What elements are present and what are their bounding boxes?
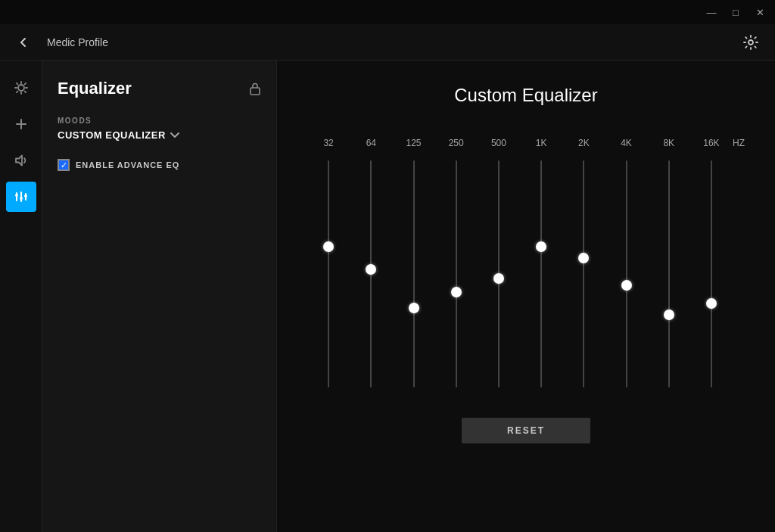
eq-band-250: 250: [435, 138, 478, 387]
minimize-button[interactable]: —: [702, 5, 721, 20]
freq-label-16k: 16K: [703, 138, 719, 148]
svg-point-1: [18, 85, 24, 91]
eq-track: [583, 160, 584, 387]
moods-label: MOODS: [58, 117, 261, 125]
eq-slider-1k[interactable]: [540, 160, 543, 387]
sidebar-item-equalizer[interactable]: [6, 182, 36, 212]
eq-slider-500[interactable]: [497, 160, 500, 387]
eq-track: [668, 160, 670, 387]
eq-track: [711, 160, 712, 387]
eq-slider-250[interactable]: [455, 160, 458, 387]
eq-band-1k: 1K: [520, 138, 562, 387]
eq-thumb[interactable]: [621, 280, 632, 291]
main-layout: Equalizer MOODS CUSTOM EQUALIZER ENABLE …: [0, 61, 775, 532]
eq-band-125: 125: [392, 138, 434, 387]
eq-thumb[interactable]: [366, 264, 376, 275]
enable-eq-label: ENABLE ADVANCE EQ: [76, 160, 179, 170]
eq-thumb[interactable]: [493, 273, 504, 284]
settings-button[interactable]: [739, 30, 763, 54]
eq-thumb[interactable]: [664, 310, 674, 320]
eq-track: [413, 160, 415, 387]
lock-icon: [249, 82, 261, 95]
eq-slider-64[interactable]: [369, 160, 372, 387]
app-bar: Medic Profile: [0, 24, 775, 61]
eq-thumb[interactable]: [323, 241, 334, 252]
freq-label-64: 64: [366, 138, 376, 148]
eq-track: [626, 160, 627, 387]
hz-label: HZ: [733, 138, 745, 148]
title-bar: — □ ✕: [0, 0, 775, 24]
profile-name: Medic Profile: [47, 36, 727, 48]
eq-slider-32[interactable]: [327, 160, 330, 387]
sidebar-item-lighting[interactable]: [6, 73, 36, 103]
svg-point-0: [749, 40, 753, 45]
sidebar-item-audio[interactable]: [6, 145, 36, 176]
freq-label-32: 32: [323, 138, 333, 148]
eq-track: [328, 160, 329, 387]
eq-slider-16k[interactable]: [710, 160, 713, 387]
chevron-down-icon[interactable]: [170, 132, 179, 138]
eq-thumb[interactable]: [706, 298, 717, 309]
sidebar-item-add[interactable]: [6, 109, 36, 139]
main-content: Custom Equalizer 32641252505001K2K4K8K16…: [277, 61, 775, 532]
back-button[interactable]: [12, 31, 35, 54]
reset-button[interactable]: RESET: [462, 418, 590, 443]
panel-title: Equalizer: [58, 79, 132, 98]
panel-title-row: Equalizer: [58, 79, 261, 98]
eq-thumb[interactable]: [578, 253, 589, 263]
eq-band-2k: 2K: [562, 138, 605, 387]
moods-select-row[interactable]: CUSTOM EQUALIZER: [58, 129, 261, 141]
eq-track: [456, 160, 457, 387]
freq-label-1k: 1K: [536, 138, 547, 148]
svg-rect-8: [251, 88, 260, 95]
freq-label-250: 250: [449, 138, 464, 148]
svg-point-7: [24, 194, 27, 198]
eq-slider-8k[interactable]: [668, 160, 671, 387]
enable-eq-checkbox[interactable]: [58, 159, 70, 171]
eq-track: [540, 160, 542, 387]
eq-band-64: 64: [350, 138, 392, 387]
left-panel: Equalizer MOODS CUSTOM EQUALIZER ENABLE …: [42, 61, 277, 532]
icon-sidebar: [0, 61, 42, 532]
moods-selected-value: CUSTOM EQUALIZER: [58, 129, 166, 141]
eq-band-16k: 16K: [690, 138, 733, 387]
eq-band-8k: 8K: [648, 138, 690, 387]
maximize-button[interactable]: □: [727, 5, 745, 20]
svg-point-6: [20, 197, 23, 200]
eq-thumb[interactable]: [409, 303, 419, 313]
enable-eq-row[interactable]: ENABLE ADVANCE EQ: [58, 159, 261, 171]
eq-band-32: 32: [307, 138, 350, 387]
freq-label-4k: 4K: [621, 138, 632, 148]
close-button[interactable]: ✕: [751, 5, 769, 20]
eq-thumb[interactable]: [536, 241, 546, 252]
freq-label-125: 125: [406, 138, 421, 148]
eq-band-500: 500: [478, 138, 520, 387]
eq-slider-2k[interactable]: [582, 160, 585, 387]
eq-band-4k: 4K: [605, 138, 647, 387]
equalizer-container: 32641252505001K2K4K8K16KHZ: [307, 138, 745, 387]
eq-title: Custom Equalizer: [454, 85, 597, 106]
eq-slider-125[interactable]: [412, 160, 416, 387]
freq-label-500: 500: [491, 138, 506, 148]
svg-point-5: [15, 194, 18, 197]
freq-label-2k: 2K: [578, 138, 590, 148]
eq-thumb[interactable]: [451, 287, 462, 297]
freq-label-8k: 8K: [663, 138, 674, 148]
eq-slider-4k[interactable]: [625, 160, 628, 387]
